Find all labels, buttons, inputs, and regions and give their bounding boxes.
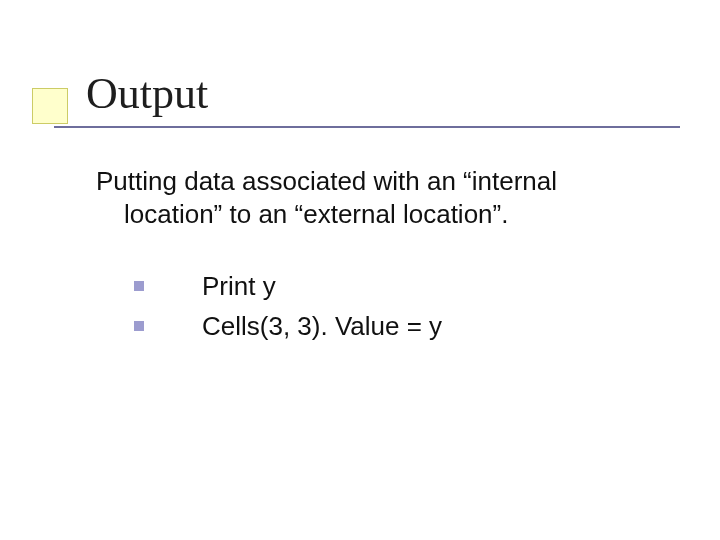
body-paragraph: Putting data associated with an “interna…: [96, 165, 656, 230]
list-item-label: Cells(3, 3). Value = y: [202, 311, 442, 341]
square-bullet-icon: [134, 321, 144, 331]
paragraph-line: location” to an “external location”.: [96, 198, 656, 231]
list-item-label: Print y: [202, 271, 276, 301]
title-underline: [54, 126, 680, 128]
slide-title: Output: [86, 68, 208, 119]
accent-square-icon: [32, 88, 68, 124]
slide: Output Putting data associated with an “…: [0, 0, 720, 540]
square-bullet-icon: [134, 281, 144, 291]
list-item: Print y: [116, 270, 656, 304]
bullet-list: Print y Cells(3, 3). Value = y: [96, 270, 656, 344]
paragraph-line: Putting data associated with an “interna…: [96, 165, 656, 198]
list-item: Cells(3, 3). Value = y: [116, 310, 656, 344]
slide-body: Putting data associated with an “interna…: [96, 165, 656, 350]
